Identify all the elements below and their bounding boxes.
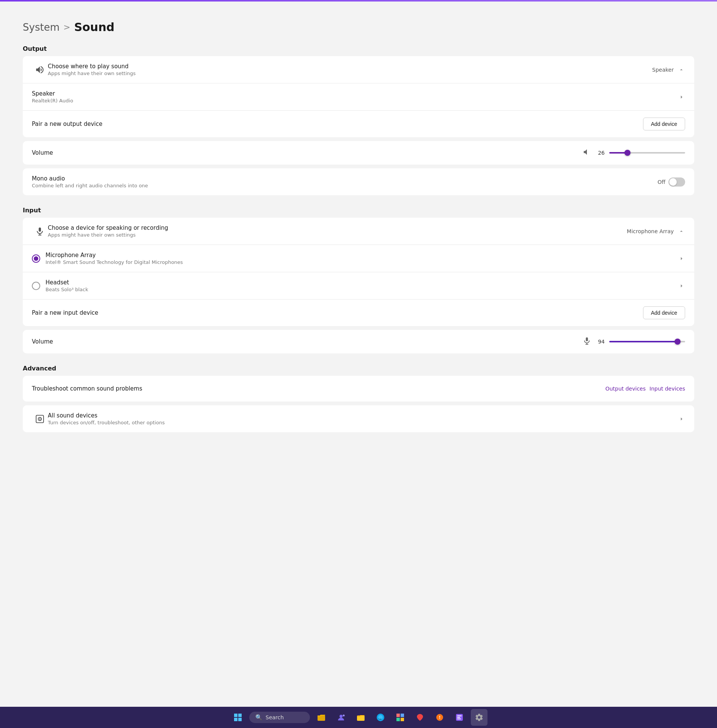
troubleshoot-card: Troubleshoot common sound problems Outpu… — [23, 376, 694, 402]
speaker-right — [678, 93, 685, 101]
choose-output-text: Choose where to play sound Apps might ha… — [48, 63, 652, 76]
troubleshoot-links: Output devices Input devices — [605, 386, 685, 392]
bird-icon[interactable] — [412, 709, 428, 726]
svg-rect-19 — [401, 714, 404, 717]
choose-input-subtitle: Apps might have their own settings — [48, 232, 627, 238]
taskbar-search-icon: 🔍 — [255, 714, 263, 721]
output-volume-card: Volume 26 — [23, 141, 694, 165]
svg-point-8 — [39, 418, 40, 419]
pair-output-row: Pair a new output device Add device — [23, 111, 694, 137]
choose-output-subtitle: Apps might have their own settings — [48, 71, 652, 76]
svg-rect-26 — [457, 717, 460, 718]
output-volume-thumb — [624, 150, 631, 156]
mono-audio-right: Off — [657, 177, 685, 187]
mono-audio-subtitle: Combine left and right audio channels in… — [32, 183, 657, 188]
edge-icon[interactable] — [372, 709, 389, 726]
breadcrumb: System > Sound — [23, 20, 694, 34]
svg-point-15 — [343, 715, 345, 717]
headset-right — [678, 282, 685, 290]
troubleshoot-row: Troubleshoot common sound problems Outpu… — [23, 376, 694, 402]
mono-audio-row: Mono audio Combine left and right audio … — [23, 168, 694, 195]
output-volume-slider[interactable] — [609, 152, 685, 154]
troubleshoot-text: Troubleshoot common sound problems — [32, 385, 605, 392]
input-status-text: Microphone Array — [627, 228, 674, 234]
pair-output-right: Add device — [643, 118, 685, 130]
breadcrumb-separator: > — [63, 22, 70, 32]
input-volume-mic-icon — [583, 337, 591, 347]
troubleshoot-label: Troubleshoot common sound problems — [32, 385, 605, 392]
breadcrumb-current: Sound — [74, 20, 114, 34]
svg-rect-16 — [357, 715, 365, 721]
main-content: System > Sound Output Choose where to pl… — [0, 2, 717, 707]
input-volume-card: Volume 94 — [23, 330, 694, 353]
pair-input-right: Add device — [643, 306, 685, 319]
speaker-row[interactable]: Speaker Realtek(R) Audio — [23, 83, 694, 111]
input-volume-label: Volume — [32, 338, 62, 345]
all-sound-devices-text: All sound devices Turn devices on/off, t… — [48, 412, 678, 425]
headset-title: Headset — [46, 279, 672, 286]
microphone-icon — [32, 227, 48, 236]
input-volume-fill — [609, 341, 678, 342]
svg-rect-13 — [318, 715, 325, 721]
microphone-array-row[interactable]: Microphone Array Intel® Smart Sound Tech… — [23, 245, 694, 272]
mono-audio-toggle[interactable] — [668, 177, 685, 187]
breadcrumb-system[interactable]: System — [23, 22, 60, 33]
choose-input-right: Microphone Array — [627, 228, 685, 235]
svg-rect-9 — [234, 714, 237, 717]
taskbar-search-label: Search — [266, 714, 284, 720]
speaker-title: Speaker — [32, 90, 678, 97]
svg-rect-0 — [39, 228, 41, 232]
svg-rect-20 — [396, 718, 400, 721]
svg-point-14 — [340, 715, 343, 718]
all-sound-devices-row[interactable]: All sound devices Turn devices on/off, t… — [23, 405, 694, 432]
input-volume-number: 94 — [596, 339, 605, 345]
svg-rect-18 — [396, 714, 400, 717]
headset-subtitle: Beats Solo³ black — [46, 287, 672, 292]
input-devices-link[interactable]: Input devices — [649, 386, 685, 392]
microphone-array-title: Microphone Array — [46, 252, 672, 259]
headset-text: Headset Beats Solo³ black — [46, 279, 672, 292]
microphone-array-text: Microphone Array Intel® Smart Sound Tech… — [46, 252, 672, 265]
teams-icon[interactable] — [333, 709, 349, 726]
input-device-card: Choose a device for speaking or recordin… — [23, 218, 694, 326]
speaker-text: Speaker Realtek(R) Audio — [32, 90, 678, 104]
speaker-subtitle: Realtek(R) Audio — [32, 98, 678, 104]
choose-input-row[interactable]: Choose a device for speaking or recordin… — [23, 218, 694, 245]
svg-rect-10 — [238, 714, 242, 717]
add-input-device-button[interactable]: Add device — [643, 306, 685, 319]
svg-rect-12 — [238, 718, 242, 721]
all-sound-devices-subtitle: Turn devices on/off, troubleshoot, other… — [48, 420, 678, 425]
add-output-device-button[interactable]: Add device — [643, 118, 685, 130]
mono-audio-toggle-knob — [669, 178, 677, 186]
microphone-array-radio[interactable] — [32, 254, 40, 263]
output-devices-link[interactable]: Output devices — [605, 386, 646, 392]
gear-settings-icon[interactable] — [471, 709, 487, 726]
taskbar-search-bar[interactable]: 🔍 Search — [249, 712, 310, 723]
mono-audio-toggle-label: Off — [657, 179, 665, 185]
file-explorer-icon[interactable] — [313, 709, 330, 726]
headset-row[interactable]: Headset Beats Solo³ black — [23, 272, 694, 300]
output-volume-label: Volume — [32, 149, 62, 156]
output-status-text: Speaker — [652, 67, 674, 73]
headset-radio[interactable] — [32, 282, 40, 290]
all-sound-devices-right — [678, 415, 685, 423]
mono-audio-title: Mono audio — [32, 175, 657, 182]
svg-rect-27 — [457, 719, 461, 719]
svg-text:!: ! — [439, 715, 441, 720]
app-icon[interactable] — [451, 709, 468, 726]
input-volume-slider[interactable] — [609, 341, 685, 342]
folder-icon[interactable] — [352, 709, 369, 726]
mono-audio-text: Mono audio Combine left and right audio … — [32, 175, 657, 188]
pair-input-row: Pair a new input device Add device — [23, 300, 694, 326]
choose-output-row[interactable]: Choose where to play sound Apps might ha… — [23, 56, 694, 83]
store-icon[interactable] — [392, 709, 409, 726]
advanced-section-label: Advanced — [23, 365, 694, 372]
input-section-label: Input — [23, 207, 694, 214]
choose-output-title: Choose where to play sound — [48, 63, 652, 70]
input-volume-right: 94 — [68, 337, 685, 347]
output-volume-right: 26 — [68, 148, 685, 158]
badge-icon[interactable]: ! — [431, 709, 448, 726]
choose-input-title: Choose a device for speaking or recordin… — [48, 224, 627, 231]
windows-start-icon[interactable] — [230, 709, 246, 726]
input-expand-icon — [678, 228, 685, 235]
